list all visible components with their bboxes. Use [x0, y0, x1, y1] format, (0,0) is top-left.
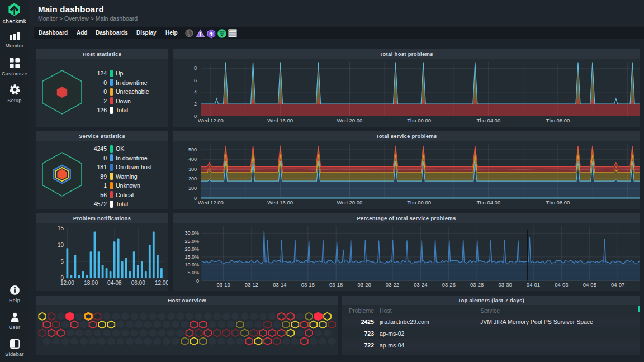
svg-text:0: 0 [194, 113, 197, 119]
svg-text:200: 200 [188, 176, 197, 182]
svg-text:15.0%: 15.0% [184, 254, 199, 260]
svg-text:06:00: 06:00 [131, 280, 145, 286]
svg-text:Thu 08:00: Thu 08:00 [546, 117, 570, 123]
svg-text:8: 8 [194, 65, 197, 71]
svg-text:04-05: 04-05 [583, 282, 596, 288]
svg-text:10.0%: 10.0% [184, 262, 199, 268]
svg-text:03-10: 03-10 [216, 282, 230, 288]
svg-text:5: 5 [60, 259, 64, 265]
svg-text:03-20: 03-20 [357, 282, 371, 288]
svg-text:04-07: 04-07 [611, 282, 624, 288]
svg-text:03-16: 03-16 [301, 282, 315, 288]
svg-text:03-22: 03-22 [386, 282, 399, 288]
svg-text:Wed 20:00: Wed 20:00 [337, 117, 363, 123]
svg-text:03-12: 03-12 [245, 282, 258, 288]
svg-text:Thu 00:00: Thu 00:00 [407, 117, 431, 123]
svg-text:5.0%: 5.0% [187, 270, 199, 275]
svg-text:04-01: 04-01 [527, 282, 540, 288]
svg-text:400: 400 [188, 156, 197, 162]
svg-text:04-03: 04-03 [555, 282, 568, 288]
svg-text:03-28: 03-28 [470, 282, 484, 288]
svg-text:Wed 16:00: Wed 16:00 [267, 117, 293, 123]
svg-text:Thu 04:00: Thu 04:00 [476, 117, 500, 123]
svg-text:4: 4 [194, 89, 197, 95]
svg-text:12:00: 12:00 [60, 280, 74, 286]
svg-text:30.0%: 30.0% [184, 230, 199, 236]
svg-text:Wed 12:00: Wed 12:00 [198, 117, 224, 123]
svg-text:Wed 16:00: Wed 16:00 [267, 199, 293, 206]
svg-text:25.0%: 25.0% [184, 239, 199, 244]
svg-text:Thu 08:00: Thu 08:00 [546, 199, 570, 206]
svg-text:04-08: 04-08 [107, 280, 122, 286]
svg-text:18:00: 18:00 [84, 280, 98, 286]
svg-text:2: 2 [194, 101, 197, 107]
svg-text:03-18: 03-18 [329, 282, 343, 288]
svg-text:03-26: 03-26 [442, 282, 456, 288]
svg-text:Thu 00:00: Thu 00:00 [407, 199, 431, 206]
svg-text:500: 500 [188, 147, 197, 153]
svg-text:300: 300 [188, 166, 197, 172]
svg-text:Wed 20:00: Wed 20:00 [337, 199, 363, 206]
svg-text:Wed 12:00: Wed 12:00 [198, 199, 224, 206]
svg-text:20.0%: 20.0% [184, 246, 199, 252]
svg-text:100: 100 [188, 185, 197, 191]
svg-text:0: 0 [194, 196, 197, 201]
svg-text:15: 15 [58, 225, 64, 231]
svg-text:12:00: 12:00 [155, 280, 168, 286]
svg-text:03-24: 03-24 [414, 282, 427, 288]
svg-text:10: 10 [58, 242, 64, 248]
svg-text:03-30: 03-30 [498, 282, 512, 288]
svg-text:6: 6 [194, 78, 197, 83]
svg-text:03-14: 03-14 [273, 282, 286, 288]
svg-text:Thu 04:00: Thu 04:00 [476, 199, 500, 206]
svg-text:0: 0 [196, 278, 199, 284]
